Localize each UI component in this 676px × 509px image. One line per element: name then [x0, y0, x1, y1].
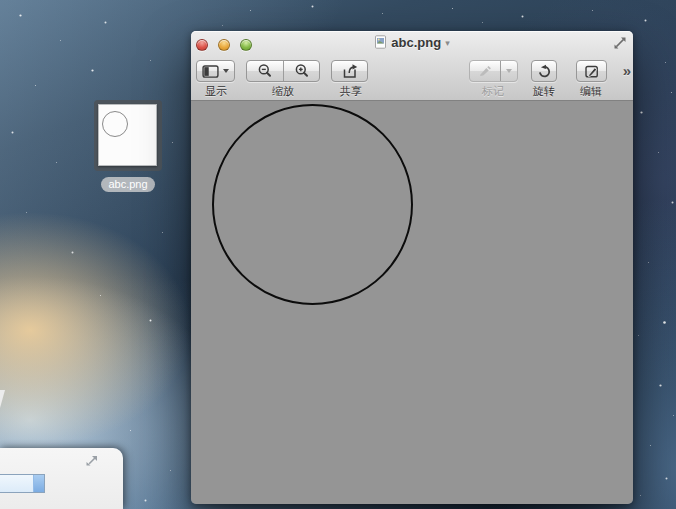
share-button[interactable] — [331, 60, 368, 82]
title-disclosure-icon[interactable]: ▾ — [445, 36, 450, 48]
markup-button[interactable] — [469, 60, 518, 82]
window-title: abc.png — [391, 35, 441, 50]
fullscreen-icon[interactable] — [612, 35, 628, 51]
rotate-button[interactable] — [531, 60, 557, 82]
zoom-label: 缩放 — [253, 84, 313, 99]
edit-pencil-icon — [584, 64, 600, 79]
desktop-icon-label-wrap: abc.png — [94, 174, 162, 192]
thumbnail-circle-shape — [102, 111, 128, 137]
desktop-icon-abc-png[interactable] — [94, 100, 162, 171]
markup-pen-icon — [478, 64, 493, 78]
background-window-corner — [0, 390, 5, 408]
background-window-control-strip — [33, 475, 44, 492]
circle-shape — [212, 104, 413, 305]
sidebar-view-icon — [202, 65, 219, 78]
zoom-control — [246, 60, 320, 82]
title-group: abc.png ▾ — [191, 31, 633, 53]
edit-label: 编辑 — [561, 84, 621, 99]
document-proxy-icon[interactable] — [374, 35, 387, 49]
file-thumbnail — [98, 104, 157, 166]
background-window-control[interactable] — [0, 474, 45, 493]
titlebar[interactable]: abc.png ▾ — [191, 31, 633, 53]
image-content[interactable] — [191, 101, 633, 504]
desktop-surface[interactable]: abc.png abc.png — [0, 0, 676, 509]
share-label: 共享 — [321, 84, 381, 99]
markup-pen-segment[interactable] — [470, 61, 500, 81]
chevron-down-icon — [506, 69, 512, 73]
toolbar-overflow-chevrons[interactable]: » — [623, 62, 629, 79]
window-chrome: abc.png ▾ — [191, 31, 633, 101]
wallpaper-stars — [0, 0, 1, 1]
display-button[interactable] — [196, 60, 235, 82]
markup-dropdown-segment[interactable] — [500, 61, 517, 81]
preview-window: abc.png ▾ — [191, 31, 633, 504]
expand-icon[interactable] — [82, 453, 100, 471]
desktop-icon-label[interactable]: abc.png — [101, 177, 154, 192]
share-icon — [341, 63, 359, 79]
edit-button[interactable] — [576, 60, 607, 82]
rotate-left-icon — [537, 64, 552, 79]
chevron-down-icon — [223, 69, 229, 73]
display-label: 显示 — [186, 84, 246, 99]
background-window-fragment[interactable] — [0, 448, 123, 509]
zoom-out-button[interactable] — [247, 61, 283, 81]
zoom-in-button[interactable] — [283, 61, 319, 81]
